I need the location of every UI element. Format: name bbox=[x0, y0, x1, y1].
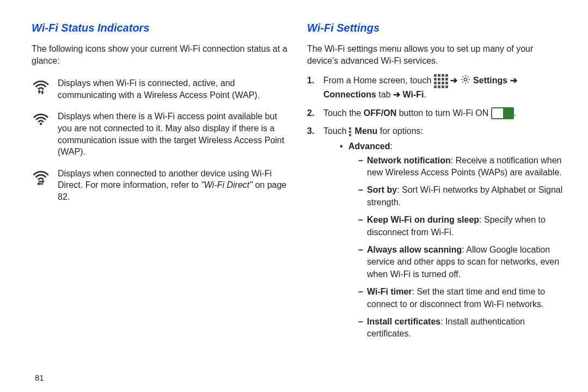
settings-label: Settings bbox=[473, 76, 507, 85]
svg-point-0 bbox=[40, 123, 42, 125]
advanced-label: Advanced bbox=[348, 142, 390, 151]
status-row: Displays when connected to another devic… bbox=[32, 164, 287, 210]
apps-grid-icon bbox=[434, 74, 448, 88]
options-bullets: Advanced: Network notification: Receive … bbox=[340, 140, 563, 340]
period: . bbox=[514, 108, 516, 118]
svg-line-8 bbox=[462, 82, 463, 83]
connections-label: Connections bbox=[323, 90, 376, 99]
opt-title: Keep Wi-Fi on during sleep bbox=[367, 215, 479, 224]
status-icon-table: Displays when Wi-Fi is connected, active… bbox=[32, 74, 287, 209]
arrow-icon: ➔ bbox=[510, 76, 517, 85]
status-row: Displays when Wi-Fi is connected, active… bbox=[32, 74, 287, 107]
page-number: 81 bbox=[35, 373, 44, 382]
advanced-item: Network notification: Receive a notifica… bbox=[358, 155, 563, 179]
advanced-item: Wi-Fi timer: Set the start time and end … bbox=[358, 286, 563, 310]
step-text: From a Home screen, touch bbox=[323, 76, 434, 85]
menu-label: Menu bbox=[355, 126, 378, 136]
wifi-available-icon bbox=[32, 107, 58, 164]
step-text: Touch bbox=[323, 126, 349, 136]
left-heading: Wi-Fi Status Indicators bbox=[32, 22, 287, 34]
gear-icon bbox=[460, 74, 471, 88]
opt-title: Sort by bbox=[367, 185, 397, 194]
right-intro: The Wi-Fi settings menu allows you to se… bbox=[307, 43, 563, 66]
step-text: button to turn Wi-Fi ON bbox=[396, 108, 491, 118]
svg-point-1 bbox=[464, 78, 467, 81]
wifi-connected-icon bbox=[32, 74, 58, 107]
left-intro: The following icons show your current Wi… bbox=[32, 43, 287, 66]
left-column: Wi-Fi Status Indicators The following ic… bbox=[32, 17, 287, 346]
arrow-icon: ➔ bbox=[450, 76, 460, 85]
advanced-item: Always allow scanning: Allow Google loca… bbox=[358, 244, 563, 280]
arrow-icon: ➔ bbox=[393, 90, 402, 99]
svg-line-7 bbox=[468, 82, 469, 83]
tab-word: tab bbox=[376, 90, 393, 99]
status-desc: Displays when there is a Wi-Fi access po… bbox=[58, 107, 287, 164]
status-row: Displays when there is a Wi-Fi access po… bbox=[32, 107, 287, 164]
menu-dots-icon bbox=[349, 126, 351, 137]
status-desc: Displays when Wi-Fi is connected, active… bbox=[58, 74, 287, 107]
opt-title: Install certificates bbox=[367, 317, 440, 326]
step-text: for options: bbox=[377, 126, 423, 136]
opt-title: Always allow scanning bbox=[367, 245, 462, 254]
cross-ref: "Wi-Fi Direct" bbox=[201, 180, 253, 189]
advanced-item: Install certificates: Install authentica… bbox=[358, 316, 563, 340]
step-text: Touch the bbox=[323, 108, 364, 118]
wifi-label: Wi-Fi bbox=[402, 90, 424, 99]
step-3: Touch Menu for options: Advanced: Networ… bbox=[307, 125, 563, 340]
step-2: Touch the OFF/ON button to turn Wi-Fi ON… bbox=[307, 107, 563, 120]
toggle-on-icon bbox=[491, 107, 514, 119]
advanced-item: Sort by: Sort Wi-Fi networks by Alphabet… bbox=[358, 184, 563, 209]
svg-line-6 bbox=[462, 76, 463, 77]
wifi-direct-icon bbox=[32, 164, 58, 210]
opt-title: Wi-Fi timer bbox=[367, 287, 412, 296]
right-heading: Wi-Fi Settings bbox=[307, 22, 563, 34]
advanced-options: Network notification: Receive a notifica… bbox=[358, 155, 563, 340]
manual-page: Wi-Fi Status Indicators The following ic… bbox=[0, 0, 588, 357]
advanced-item: Keep Wi-Fi on during sleep: Specify when… bbox=[358, 214, 563, 238]
period: . bbox=[424, 90, 426, 99]
right-column: Wi-Fi Settings The Wi-Fi settings menu a… bbox=[307, 17, 563, 346]
colon: : bbox=[390, 142, 392, 151]
opt-title: Network notification bbox=[367, 156, 451, 165]
steps-list: From a Home screen, touch ➔ Settings ➔ C… bbox=[307, 74, 563, 340]
step-1: From a Home screen, touch ➔ Settings ➔ C… bbox=[307, 74, 563, 101]
offon-label: OFF/ON bbox=[364, 108, 396, 118]
status-desc: Displays when connected to another devic… bbox=[58, 164, 287, 210]
option-advanced: Advanced: Network notification: Receive … bbox=[340, 140, 563, 340]
svg-line-9 bbox=[468, 76, 469, 77]
